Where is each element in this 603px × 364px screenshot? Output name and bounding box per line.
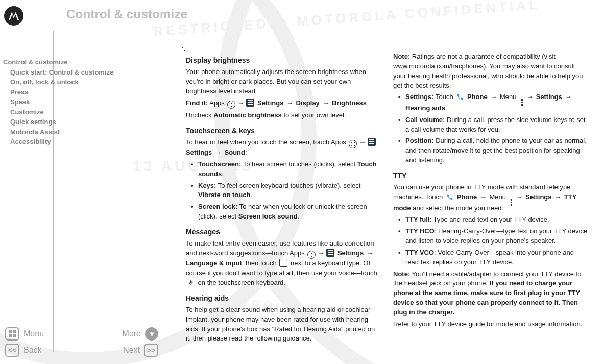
body-text: You can use your phone in TTY mode with …: [393, 183, 588, 213]
settings-icon: [246, 99, 254, 107]
body-text: Screen lock sound: [238, 212, 298, 220]
body-text: Language & input: [186, 259, 242, 267]
heading-messages: Messages: [186, 227, 380, 237]
overflow-menu-icon: [509, 197, 514, 204]
toc-item[interactable]: Quick start: Control & customize: [10, 67, 156, 78]
list-item: Screen lock: To hear when you lock or un…: [191, 202, 380, 222]
body-text: Call volume:: [405, 116, 445, 124]
content-columns: Display brightness Your phone automatica…: [180, 46, 598, 358]
body-text: Uncheck: [186, 111, 213, 119]
arrow-icon: →: [554, 193, 561, 201]
phone-icon: [456, 93, 464, 101]
body-text: Touch: [434, 93, 455, 101]
url-text: www.motorola.com/hacphones: [393, 62, 484, 70]
body-text: Settings: [534, 93, 564, 101]
apps-icon: [227, 101, 235, 109]
body-text: Vibrate on touch: [198, 191, 250, 199]
list-item: Settings: Touch Phone → Menu → Settings …: [398, 92, 588, 113]
body-text: Keys:: [198, 182, 216, 189]
body-text: : Type and read text on your TTY device.: [429, 215, 549, 223]
list-item: Keys: To feel screen keyboard touches (v…: [191, 181, 380, 201]
heading-display-brightness: Display brightness: [186, 55, 380, 65]
body-text: Your phone automatically adjusts the scr…: [186, 67, 380, 96]
toc-item[interactable]: Motorola Assist: [10, 127, 156, 137]
body-text: Settings: [255, 99, 285, 107]
toc-parent[interactable]: Control & customize: [3, 57, 156, 67]
page-title: Control & customize: [66, 7, 187, 21]
back-icon: <<: [5, 344, 19, 357]
list-item: TTY HCO: Hearing-Carry-Over—type text on…: [398, 227, 588, 246]
body-text: To feel screen keyboard touches (vibrate…: [216, 182, 360, 189]
settings-icon: [326, 249, 334, 257]
bullet-list: TTY full: Type and read text on your TTY…: [398, 215, 588, 267]
arrow-icon: →: [237, 99, 244, 107]
body-text: Refer to your TTY device guide for mode …: [393, 320, 588, 329]
body-text: Ratings are not a guarantee of compatibi…: [410, 53, 556, 60]
overflow-menu-icon: [519, 96, 524, 104]
phone-icon: [446, 193, 454, 201]
body-text: Uncheck Automatic brightness to set your…: [186, 111, 380, 120]
body-text: Automatic brightness: [213, 111, 282, 119]
more-label: More: [123, 329, 141, 338]
menu-label: Menu: [23, 329, 44, 338]
body-text: to set your own level.: [282, 111, 346, 119]
back-label: Back: [23, 346, 42, 355]
menu-grid-icon: [5, 327, 19, 341]
toc-item[interactable]: Quick settings: [10, 117, 156, 127]
body-text: and select the mode you need:: [411, 204, 503, 212]
arrow-icon: →: [322, 99, 329, 107]
more-button[interactable]: More ▾: [123, 327, 158, 341]
toc-item[interactable]: Accessibility: [10, 137, 156, 147]
apps-icon: [307, 251, 316, 259]
find-it-label: Find it:: [186, 99, 208, 107]
next-button[interactable]: Next >>: [123, 344, 158, 357]
body-text: To make text entry even easier, use feat…: [186, 239, 380, 287]
body-text: Menu: [498, 93, 518, 101]
arrow-icon: →: [318, 249, 324, 257]
body-text: Settings: [524, 193, 554, 201]
toc-item[interactable]: Press: [10, 87, 156, 98]
apps-icon: [349, 140, 357, 148]
toc-item[interactable]: Speak: [10, 97, 156, 107]
menu-button[interactable]: Menu: [5, 327, 44, 341]
list-item: Position: During a call, hold the phone …: [398, 136, 588, 165]
column-2: Note: Ratings are not a guarantee of com…: [387, 46, 594, 358]
body-text: To help get a clear sound when using a h…: [186, 305, 380, 344]
arrow-icon: →: [490, 93, 497, 101]
body-text: on the touchscreen keyboard.: [196, 279, 285, 286]
toc-item[interactable]: Customize: [10, 107, 156, 117]
bullet-list: Touchscreen: To hear screen touches (cli…: [191, 160, 380, 222]
body-text: Settings:: [405, 93, 434, 101]
body-text: To hear or feel when you touch the scree…: [186, 138, 380, 158]
more-icon: ▾: [145, 327, 158, 341]
arrow-icon: →: [359, 138, 366, 146]
body-text: Settings: [335, 249, 366, 257]
body-text: TTY full: [405, 215, 429, 223]
arrow-icon: →: [565, 93, 572, 101]
list-item: Call volume: During a call, press the si…: [398, 115, 588, 135]
sliders-icon: [279, 259, 287, 267]
pagination-nav: Menu More ▾ << Back Next >>: [5, 324, 158, 360]
body-text: Apps: [208, 99, 226, 107]
toc-item[interactable]: On, off, lock & unlock: [10, 77, 156, 87]
body-text: , then touch: [242, 259, 279, 267]
arrow-icon: →: [286, 99, 293, 107]
microphone-icon: [187, 279, 195, 287]
body-text: Phone: [455, 193, 479, 201]
body-text: TTY VCO: [405, 249, 434, 256]
find-it-line: Find it: Apps → Settings → Display → Bri…: [186, 99, 380, 109]
body-text: Sound: [223, 149, 245, 156]
arrow-icon: →: [480, 193, 487, 201]
arrow-icon: →: [215, 149, 222, 156]
next-icon: >>: [144, 344, 158, 357]
heading-hearing-aids: Hearing aids: [186, 293, 380, 303]
arrow-icon: →: [367, 249, 373, 257]
back-button[interactable]: << Back: [5, 344, 42, 357]
body-text: TTY HCO: [405, 227, 435, 235]
list-item: Touchscreen: To hear screen touches (cli…: [191, 160, 380, 179]
motorola-logo: [4, 6, 23, 26]
settings-icon: [368, 138, 376, 146]
body-text: Position:: [405, 137, 434, 144]
heading-touchscreen-keys: Touchscreen & keys: [186, 126, 380, 136]
body-text: Menu: [488, 193, 508, 201]
